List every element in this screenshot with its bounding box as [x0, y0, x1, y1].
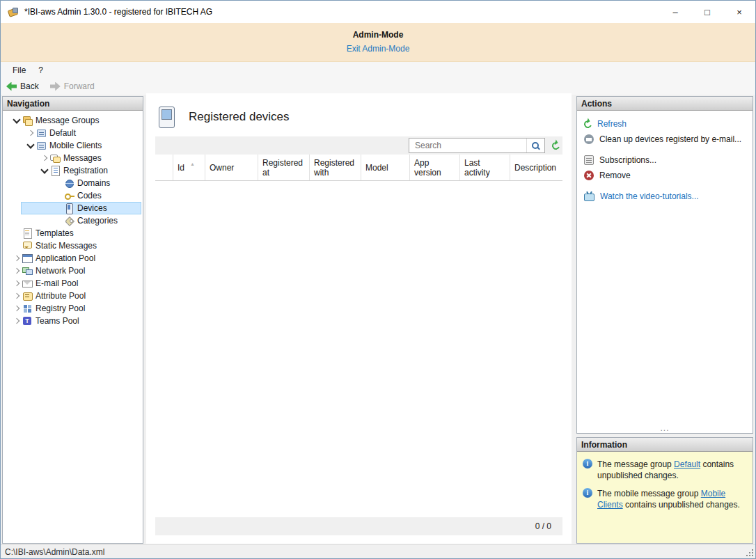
message-groups-icon	[22, 116, 33, 126]
search-button[interactable]	[526, 139, 544, 152]
network-pool-icon	[22, 266, 33, 276]
back-button[interactable]: Back	[6, 81, 39, 91]
chevron-expanded-icon[interactable]	[11, 115, 22, 126]
action-refresh[interactable]: Refresh	[577, 116, 753, 132]
forward-button[interactable]: Forward	[50, 81, 95, 91]
action-label: Clean up devices registerd by e-mail...	[599, 134, 741, 144]
tree-item-registration[interactable]: Registration	[3, 164, 143, 177]
message-group-icon	[36, 128, 47, 139]
info-text-suffix: contains unpublished changes.	[623, 500, 740, 510]
static-messages-icon	[22, 241, 33, 251]
page-header: Registered devices	[146, 93, 572, 129]
attribute-pool-icon	[22, 291, 33, 301]
actions-panel-header: Actions	[577, 97, 753, 111]
application-pool-icon	[22, 253, 33, 264]
chevron-collapsed-icon[interactable]	[11, 315, 22, 326]
search-icon	[531, 141, 540, 150]
back-label: Back	[20, 81, 39, 91]
tree-item-templates[interactable]: Templates	[3, 227, 143, 239]
tree-label: Network Pool	[36, 266, 85, 276]
tree-item-codes[interactable]: Codes	[3, 189, 143, 202]
action-cleanup-devices[interactable]: Clean up devices registerd by e-mail...	[577, 132, 753, 147]
status-path: C:\IBI-aws\Admin\Data.xml	[5, 547, 104, 557]
navigation-panel-header: Navigation	[3, 97, 143, 111]
expander-spacer	[53, 215, 64, 226]
tree-item-network-pool[interactable]: Network Pool	[3, 265, 143, 277]
table-toolbar	[155, 136, 562, 155]
column-label: App version	[414, 158, 455, 178]
info-text-prefix: The message group	[597, 459, 674, 469]
chevron-collapsed-icon[interactable]	[25, 127, 36, 139]
search-input[interactable]	[409, 141, 526, 150]
tree-item-domains[interactable]: Domains	[3, 177, 143, 189]
chevron-collapsed-icon[interactable]	[11, 265, 22, 276]
minimize-button[interactable]: –	[659, 1, 691, 23]
tree-item-attribute-pool[interactable]: Attribute Pool	[3, 290, 143, 302]
back-arrow-icon	[6, 82, 17, 91]
column-header-description[interactable]: Description	[510, 155, 562, 180]
tree-item-email-pool[interactable]: E-mail Pool	[3, 277, 143, 290]
information-panel-header: Information	[577, 438, 753, 452]
info-item-mobile-clients: The mobile message group Mobile Clients …	[583, 488, 747, 510]
column-label: Model	[365, 163, 388, 173]
tree-item-teams-pool[interactable]: Teams Pool	[3, 315, 143, 327]
app-window: *IBI-aws Admin 1.30.0 - registered for I…	[0, 0, 756, 559]
information-list: The message group Default contains unpub…	[577, 452, 753, 524]
tree-label: Application Pool	[36, 253, 95, 263]
refresh-table-icon[interactable]	[551, 141, 561, 151]
tree-label: Templates	[36, 228, 74, 238]
column-header-model[interactable]: Model	[361, 155, 410, 180]
info-text-prefix: The mobile message group	[597, 489, 701, 498]
teams-pool-icon	[22, 316, 33, 326]
forward-label: Forward	[64, 81, 95, 91]
chevron-collapsed-icon[interactable]	[11, 278, 22, 289]
menu-file[interactable]: File	[6, 63, 32, 77]
tree-item-static-messages[interactable]: Static Messages	[3, 239, 143, 252]
tags-icon	[64, 216, 74, 226]
devices-table: Id ▲ Owner Registered at Registered with…	[155, 136, 562, 535]
tree-label: Registry Pool	[36, 304, 85, 313]
menu-help[interactable]: ?	[32, 63, 49, 77]
action-remove[interactable]: Remove	[577, 168, 753, 183]
tree-item-messages[interactable]: Messages	[3, 152, 143, 164]
chevron-expanded-icon[interactable]	[39, 165, 50, 176]
chevron-collapsed-icon[interactable]	[11, 253, 22, 264]
tree-item-default[interactable]: Default	[3, 127, 143, 139]
column-header-app-version[interactable]: App version	[410, 155, 460, 180]
resize-grip[interactable]	[752, 555, 753, 556]
tree-item-message-groups[interactable]: Message Groups	[3, 114, 143, 127]
action-subscriptions[interactable]: Subscriptions...	[577, 152, 753, 168]
message-group-icon	[36, 141, 47, 151]
maximize-button[interactable]: □	[691, 1, 723, 23]
column-label: Registered at	[262, 158, 305, 178]
column-header-registered-at[interactable]: Registered at	[258, 155, 310, 180]
tree-item-categories[interactable]: Categories	[3, 214, 143, 227]
tree-label: Attribute Pool	[36, 291, 86, 301]
chevron-collapsed-icon[interactable]	[39, 152, 50, 164]
tree-item-devices[interactable]: Devices	[21, 202, 141, 214]
subscriptions-icon	[584, 155, 594, 165]
chevron-collapsed-icon[interactable]	[11, 303, 22, 314]
panel-splitter-grip[interactable]: ...	[577, 425, 753, 433]
tree-item-mobile-clients[interactable]: Mobile Clients	[3, 139, 143, 152]
column-header-registered-with[interactable]: Registered with	[310, 155, 361, 180]
action-label: Refresh	[597, 119, 627, 129]
info-link-default[interactable]: Default	[674, 459, 700, 469]
info-icon	[583, 459, 592, 469]
tree-label: Devices	[77, 203, 107, 213]
title-bar: *IBI-aws Admin 1.30.0 - registered for I…	[1, 1, 755, 23]
tree-item-registry-pool[interactable]: Registry Pool	[3, 302, 143, 315]
column-header-owner[interactable]: Owner	[205, 155, 258, 180]
column-header-last-activity[interactable]: Last activity	[460, 155, 510, 180]
key-icon	[64, 191, 74, 201]
close-button[interactable]: ×	[723, 1, 755, 23]
exit-admin-mode-link[interactable]: Exit Admin-Mode	[347, 44, 410, 54]
chevron-expanded-icon[interactable]	[25, 140, 36, 151]
app-icon	[8, 6, 19, 17]
tv-icon	[584, 194, 594, 201]
status-bar: C:\IBI-aws\Admin\Data.xml	[1, 544, 755, 558]
action-watch-tutorials[interactable]: Watch the video-tutorials...	[577, 189, 753, 204]
column-header-id[interactable]: Id ▲	[173, 155, 205, 180]
tree-item-application-pool[interactable]: Application Pool	[3, 252, 143, 265]
chevron-collapsed-icon[interactable]	[11, 290, 22, 301]
